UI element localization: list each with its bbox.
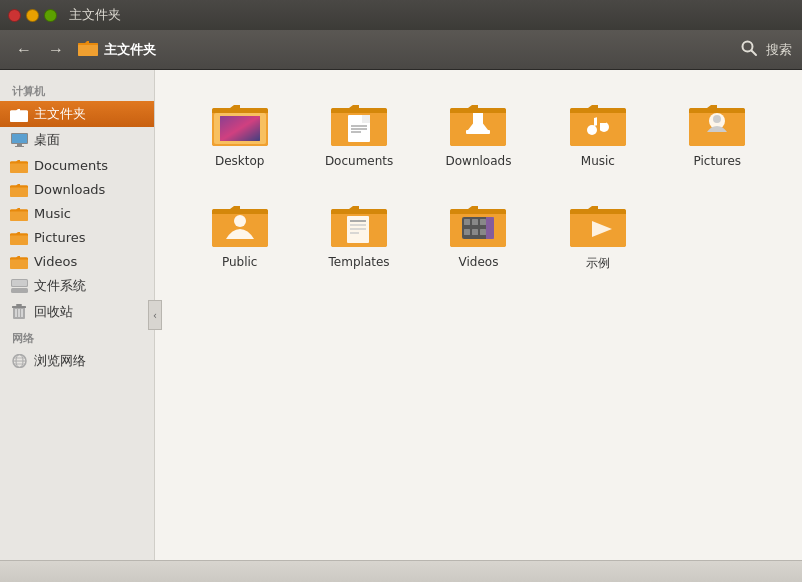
- network-icon: [10, 353, 28, 369]
- file-item-documents[interactable]: Documents: [304, 90, 413, 176]
- svg-rect-50: [473, 113, 483, 129]
- svg-rect-14: [10, 187, 28, 197]
- public-label: Public: [222, 255, 258, 269]
- videos-folder-icon-wrapper: [450, 199, 506, 251]
- sidebar-section-computer: 计算机 主文件夹: [0, 78, 154, 325]
- svg-rect-2: [78, 45, 98, 56]
- sidebar-item-home[interactable]: 主文件夹: [0, 101, 154, 127]
- desktop-label: Desktop: [215, 154, 265, 168]
- svg-point-64: [234, 215, 246, 227]
- svg-rect-57: [597, 115, 606, 123]
- file-item-desktop[interactable]: Desktop: [185, 90, 294, 176]
- svg-rect-80: [480, 229, 486, 235]
- svg-rect-76: [472, 219, 478, 225]
- sidebar-item-label-network: 浏览网络: [34, 352, 86, 370]
- svg-rect-16: [10, 211, 28, 221]
- minimize-button[interactable]: [26, 9, 39, 22]
- svg-rect-9: [17, 144, 22, 146]
- svg-line-4: [752, 50, 757, 55]
- location-bar: 主文件夹: [78, 39, 732, 60]
- sidebar-item-label-filesystem: 文件系统: [34, 277, 86, 295]
- filesystem-icon: [10, 278, 28, 294]
- file-item-videos[interactable]: Videos: [424, 191, 533, 280]
- music-folder-icon-wrapper: [570, 98, 626, 150]
- sidebar-item-documents[interactable]: Documents: [0, 153, 154, 177]
- sidebar-section-network: 网络 浏览网络: [0, 325, 154, 374]
- file-item-public[interactable]: Public: [185, 191, 294, 280]
- svg-rect-23: [11, 288, 28, 293]
- desktop-folder-icon-wrapper: [212, 98, 268, 150]
- file-item-examples[interactable]: 示例: [543, 191, 652, 280]
- downloads-label: Downloads: [446, 154, 512, 168]
- content-area: Desktop: [155, 70, 802, 560]
- window-controls: [8, 9, 57, 22]
- svg-rect-12: [10, 163, 28, 173]
- home-folder-icon: [10, 106, 28, 122]
- file-item-downloads[interactable]: Downloads: [424, 90, 533, 176]
- sidebar-item-label-pictures: Pictures: [34, 230, 85, 245]
- back-button[interactable]: ←: [10, 36, 38, 64]
- pictures-folder-icon: [10, 229, 28, 245]
- sidebar-item-downloads[interactable]: Downloads: [0, 177, 154, 201]
- sidebar-item-filesystem[interactable]: 文件系统: [0, 273, 154, 299]
- svg-rect-39: [220, 116, 260, 141]
- nav-buttons: ← →: [10, 36, 70, 64]
- search-label[interactable]: 搜索: [766, 41, 792, 59]
- sidebar-section-label-network: 网络: [0, 325, 154, 348]
- forward-button[interactable]: →: [42, 36, 70, 64]
- templates-label: Templates: [329, 255, 390, 269]
- pictures-folder-icon-wrapper: [689, 98, 745, 150]
- svg-rect-10: [15, 146, 24, 147]
- trash-icon: [10, 304, 28, 320]
- svg-point-61: [713, 115, 721, 123]
- svg-rect-26: [16, 304, 22, 306]
- pictures-label: Pictures: [694, 154, 742, 168]
- svg-rect-22: [12, 280, 27, 286]
- examples-folder-icon-wrapper: [570, 199, 626, 251]
- svg-point-55: [599, 122, 609, 132]
- titlebar: 主文件夹: [0, 0, 802, 30]
- documents-folder-icon-wrapper: [331, 98, 387, 150]
- file-item-music[interactable]: Music: [543, 90, 652, 176]
- music-label: Music: [581, 154, 615, 168]
- sidebar-toggle[interactable]: ‹: [148, 300, 162, 330]
- desktop-icon: [10, 132, 28, 148]
- sidebar-section-label-computer: 计算机: [0, 78, 154, 101]
- documents-folder-icon: [10, 157, 28, 173]
- sidebar-item-label-documents: Documents: [34, 158, 108, 173]
- svg-rect-77: [480, 219, 486, 225]
- sidebar-item-label-desktop: 桌面: [34, 131, 60, 149]
- downloads-folder-icon-wrapper: [450, 98, 506, 150]
- sidebar-item-network[interactable]: 浏览网络: [0, 348, 154, 374]
- svg-rect-78: [464, 229, 470, 235]
- svg-point-54: [587, 125, 597, 135]
- public-folder-icon-wrapper: [212, 199, 268, 251]
- downloads-folder-icon: [10, 181, 28, 197]
- maximize-button[interactable]: [44, 9, 57, 22]
- videos-folder-icon: [10, 253, 28, 269]
- svg-rect-20: [10, 259, 28, 269]
- music-folder-icon: [10, 205, 28, 221]
- sidebar-item-label-downloads: Downloads: [34, 182, 105, 197]
- file-item-templates[interactable]: Templates: [304, 191, 413, 280]
- videos-label: Videos: [459, 255, 499, 269]
- examples-label: 示例: [586, 255, 610, 272]
- sidebar-item-label-music: Music: [34, 206, 71, 221]
- file-item-pictures[interactable]: Pictures: [663, 90, 772, 176]
- sidebar-item-trash[interactable]: 回收站: [0, 299, 154, 325]
- close-button[interactable]: [8, 9, 21, 22]
- toolbar: ← → 主文件夹: [0, 30, 802, 70]
- sidebar-item-label-home: 主文件夹: [34, 105, 86, 123]
- sidebar-item-desktop[interactable]: 桌面: [0, 127, 154, 153]
- documents-label: Documents: [325, 154, 393, 168]
- svg-rect-43: [362, 115, 370, 123]
- search-icon-button[interactable]: [740, 39, 758, 61]
- svg-rect-51: [466, 130, 490, 134]
- sidebar-item-pictures[interactable]: Pictures: [0, 225, 154, 249]
- sidebar-item-music[interactable]: Music: [0, 201, 154, 225]
- toolbar-right: 搜索: [740, 39, 792, 61]
- svg-rect-81: [486, 217, 494, 239]
- svg-rect-8: [12, 134, 27, 143]
- sidebar-item-videos[interactable]: Videos: [0, 249, 154, 273]
- svg-rect-25: [12, 306, 26, 308]
